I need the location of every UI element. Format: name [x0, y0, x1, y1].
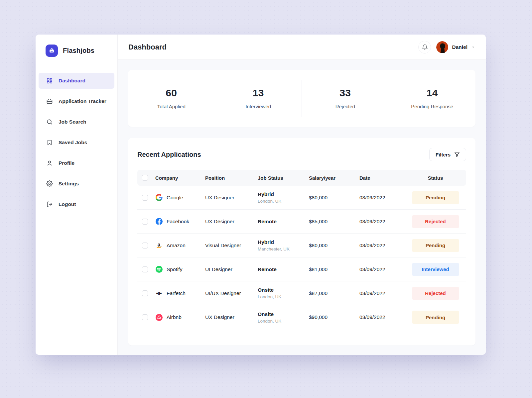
user-name: Daniel	[452, 44, 467, 50]
table-header-row: Company Position Job Status Salary/year …	[137, 170, 466, 186]
amazon-logo-icon: a	[155, 242, 163, 249]
filters-button[interactable]: Filters	[429, 148, 466, 161]
bookmark-icon	[46, 139, 53, 146]
table-row[interactable]: a FF Farfetch UI/UX Designer Onsite Lond…	[137, 281, 466, 305]
salary-cell: $90,000	[309, 314, 359, 320]
salary-cell: $87,000	[309, 290, 359, 296]
airbnb-logo-icon	[156, 314, 163, 321]
stat-value: 60	[166, 87, 177, 99]
person-icon	[46, 160, 53, 166]
table-row[interactable]: a FF Facebook UX Designer Remote $85,000…	[137, 210, 466, 234]
status-badge: Pending	[412, 191, 459, 204]
row-checkbox[interactable]	[142, 314, 148, 320]
salary-cell: $85,000	[309, 219, 359, 225]
company-cell: a FF Google	[155, 194, 205, 201]
table-row[interactable]: a FF Spotify UI Designer Remote $81,000 …	[137, 257, 466, 281]
job-status-cell: Remote	[258, 266, 309, 272]
status-cell: Pending	[409, 311, 462, 324]
sidebar-item-job-search[interactable]: Job Search	[39, 114, 114, 130]
column-header-date: Date	[359, 175, 409, 181]
job-status-location: London, UK	[258, 319, 309, 324]
stat-interviewed: 13 Interviewed	[215, 87, 302, 109]
company-name: Google	[167, 195, 183, 201]
row-checkbox[interactable]	[142, 195, 148, 201]
table-row[interactable]: a FF Airbnb UX Designer Onsite London, U…	[137, 305, 466, 329]
stat-label: Pending Response	[411, 104, 453, 109]
filter-funnel-icon	[454, 152, 460, 157]
job-status-cell: Onsite London, UK	[258, 287, 309, 299]
user-menu[interactable]: Daniel	[436, 41, 475, 53]
row-checkbox[interactable]	[142, 219, 148, 225]
position-cell: UI Designer	[205, 266, 258, 272]
select-all-checkbox[interactable]	[142, 175, 148, 181]
status-badge: Rejected	[412, 215, 459, 228]
brand: Flashjobs	[36, 35, 117, 57]
table-row[interactable]: a FF Amazon Visual Designer Hybrid Manch…	[137, 234, 466, 257]
filters-label: Filters	[436, 152, 451, 157]
stat-value: 33	[339, 87, 351, 99]
stat-rejected: 33 Rejected	[302, 87, 389, 109]
sidebar-item-label: Dashboard	[59, 78, 85, 84]
status-cell: Pending	[409, 191, 462, 204]
date-cell: 03/09/2022	[359, 266, 409, 272]
brand-name: Flashjobs	[63, 47, 94, 54]
sidebar-item-logout[interactable]: Logout	[39, 196, 114, 212]
company-cell: a FF Amazon	[155, 242, 205, 249]
flashjobs-logo	[46, 45, 58, 57]
date-cell: 03/09/2022	[359, 290, 409, 296]
job-status-type: Hybrid	[258, 239, 309, 245]
company-logo: a FF	[155, 218, 163, 225]
page-title: Dashboard	[128, 43, 167, 51]
row-checkbox[interactable]	[142, 243, 148, 249]
row-checkbox[interactable]	[142, 290, 148, 296]
applications-table-body: a FF Google UX Designer Hybrid London, U…	[137, 186, 466, 329]
position-cell: Visual Designer	[205, 243, 258, 249]
facebook-logo-icon	[156, 218, 163, 225]
sidebar-item-saved-jobs[interactable]: Saved Jobs	[39, 135, 114, 150]
company-logo: a FF	[155, 242, 163, 249]
sidebar-item-dashboard[interactable]: Dashboard	[39, 73, 114, 89]
sidebar-item-profile[interactable]: Profile	[39, 155, 114, 171]
job-status-cell: Onsite London, UK	[258, 311, 309, 324]
column-header-position: Position	[205, 175, 258, 181]
table-row[interactable]: a FF Google UX Designer Hybrid London, U…	[137, 186, 466, 210]
job-status-cell: Remote	[258, 219, 309, 225]
job-status-type: Onsite	[258, 311, 309, 317]
sidebar-item-label: Settings	[59, 181, 79, 187]
sidebar-item-label: Logout	[59, 201, 76, 207]
company-cell: a FF Facebook	[155, 218, 205, 225]
google-logo-icon	[156, 194, 163, 201]
status-cell: Pending	[409, 239, 462, 252]
job-status-cell: Hybrid London, UK	[258, 191, 309, 204]
briefcase-icon	[46, 98, 53, 105]
company-logo: a FF	[155, 266, 163, 273]
company-cell: a FF Spotify	[155, 266, 205, 273]
date-cell: 03/09/2022	[359, 195, 409, 201]
job-status-location: London, UK	[258, 294, 309, 299]
position-cell: UX Designer	[205, 195, 258, 201]
topbar: Dashboard Daniel	[118, 35, 486, 60]
position-cell: UX Designer	[205, 314, 258, 320]
gear-icon	[46, 180, 53, 187]
column-header-job-status: Job Status	[258, 175, 309, 181]
bell-icon	[422, 44, 428, 50]
stats-card: 60 Total Applied 13 Interviewed 33 Rejec…	[128, 70, 475, 127]
sidebar-item-settings[interactable]: Settings	[39, 176, 114, 192]
company-logo: a FF	[155, 290, 163, 297]
row-checkbox[interactable]	[142, 266, 148, 272]
status-badge: Pending	[412, 311, 459, 324]
section-title: Recent Applications	[137, 151, 201, 158]
stat-value: 13	[253, 87, 264, 99]
notifications-button[interactable]	[418, 41, 431, 53]
company-name: Amazon	[167, 243, 186, 249]
job-status-cell: Hybrid Manchester, UK	[258, 239, 309, 251]
spotify-logo-icon	[156, 266, 163, 273]
salary-cell: $81,000	[309, 266, 359, 272]
status-cell: Rejected	[409, 215, 462, 228]
position-cell: UX Designer	[205, 219, 258, 225]
sidebar-item-application-tracker[interactable]: Application Tracker	[39, 93, 114, 109]
job-status-type: Hybrid	[258, 191, 309, 197]
company-logo: a FF	[155, 194, 163, 201]
company-name: Facebook	[167, 219, 189, 225]
salary-cell: $80,000	[309, 243, 359, 249]
